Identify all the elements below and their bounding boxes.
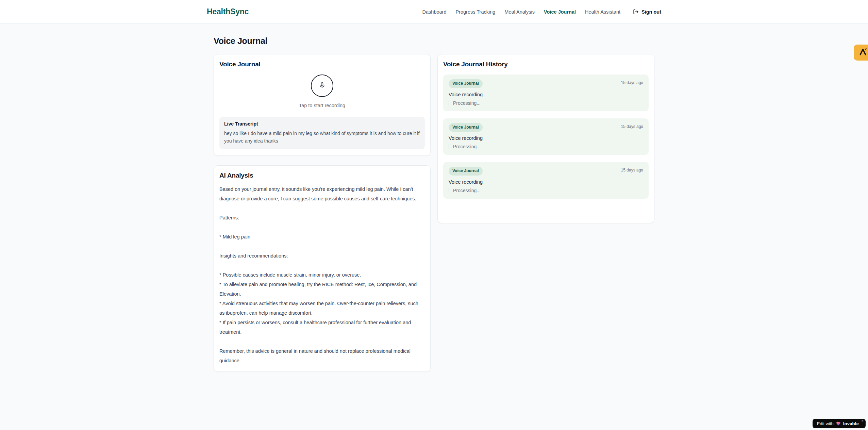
sign-out-button[interactable]: Sign out (633, 9, 661, 15)
nav-item-dashboard[interactable]: Dashboard (422, 9, 447, 15)
entry-title: Voice recording (449, 92, 643, 97)
history-entry[interactable]: Voice Journal 15 days ago Voice recordin… (443, 75, 649, 111)
browser-extension-badge[interactable] (854, 45, 868, 61)
logout-icon (633, 9, 639, 15)
entry-timestamp: 15 days ago (621, 167, 643, 172)
history-entries: Voice Journal 15 days ago Voice recordin… (443, 75, 649, 199)
sign-out-label: Sign out (641, 9, 661, 15)
entry-status: Processing... (449, 144, 643, 149)
entry-type-badge: Voice Journal (449, 167, 483, 176)
live-transcript-text: hey so like I do have a mild pain in my … (224, 130, 420, 145)
left-column: Voice Journal Tap to start recording (214, 54, 431, 372)
entry-type-badge: Voice Journal (449, 79, 483, 88)
history-entry[interactable]: Voice Journal 15 days ago Voice recordin… (443, 118, 649, 155)
history-entry[interactable]: Voice Journal 15 days ago Voice recordin… (443, 162, 649, 199)
main-nav: Dashboard Progress Tracking Meal Analysi… (422, 9, 661, 15)
heart-icon (836, 421, 841, 426)
app-header: HealthSync Dashboard Progress Tracking M… (0, 0, 868, 24)
ai-analysis-card: AI Analysis Based on your journal entry,… (214, 165, 431, 372)
voice-journal-card-title: Voice Journal (219, 61, 425, 68)
voice-journal-card: Voice Journal Tap to start recording (214, 54, 431, 156)
entry-status: Processing... (449, 188, 643, 193)
page-content: Voice Journal Voice Journal (214, 24, 654, 372)
live-transcript-box: Live Transcript hey so like I do have a … (219, 117, 425, 149)
page-title: Voice Journal (214, 36, 654, 46)
brand-logo[interactable]: HealthSync (207, 7, 249, 16)
close-icon[interactable]: × (862, 419, 864, 423)
header-container: HealthSync Dashboard Progress Tracking M… (205, 0, 663, 23)
nav-item-health-assistant[interactable]: Health Assistant (585, 9, 620, 15)
content-grid: Voice Journal Tap to start recording (214, 54, 654, 372)
nav-item-voice-journal[interactable]: Voice Journal (544, 9, 576, 15)
entry-type-badge: Voice Journal (449, 123, 483, 132)
tap-to-record-hint: Tap to start recording (219, 103, 425, 108)
entry-timestamp: 15 days ago (621, 123, 643, 129)
entry-status: Processing... (449, 100, 643, 106)
entry-title: Voice recording (449, 179, 643, 185)
ai-analysis-body: Based on your journal entry, it sounds l… (219, 185, 425, 366)
lovable-brand-label: lovable (843, 421, 859, 426)
recorder-section: Tap to start recording Live Transcript h… (219, 75, 425, 149)
history-card-title: Voice Journal History (443, 61, 649, 68)
ai-analysis-title: AI Analysis (219, 172, 425, 179)
record-button[interactable] (311, 75, 333, 97)
entry-title: Voice recording (449, 135, 643, 141)
nav-item-progress-tracking[interactable]: Progress Tracking (455, 9, 495, 15)
live-transcript-title: Live Transcript (224, 121, 420, 127)
nav-item-meal-analysis[interactable]: Meal Analysis (504, 9, 535, 15)
lovable-prefix-label: Edit with (817, 421, 834, 426)
edit-with-lovable-badge[interactable]: Edit with lovable × (813, 419, 866, 428)
voice-journal-history-card: Voice Journal History Voice Journal 15 d… (437, 54, 654, 223)
entry-timestamp: 15 days ago (621, 79, 643, 85)
microphone-icon (319, 82, 326, 90)
lambda-icon (858, 48, 867, 58)
